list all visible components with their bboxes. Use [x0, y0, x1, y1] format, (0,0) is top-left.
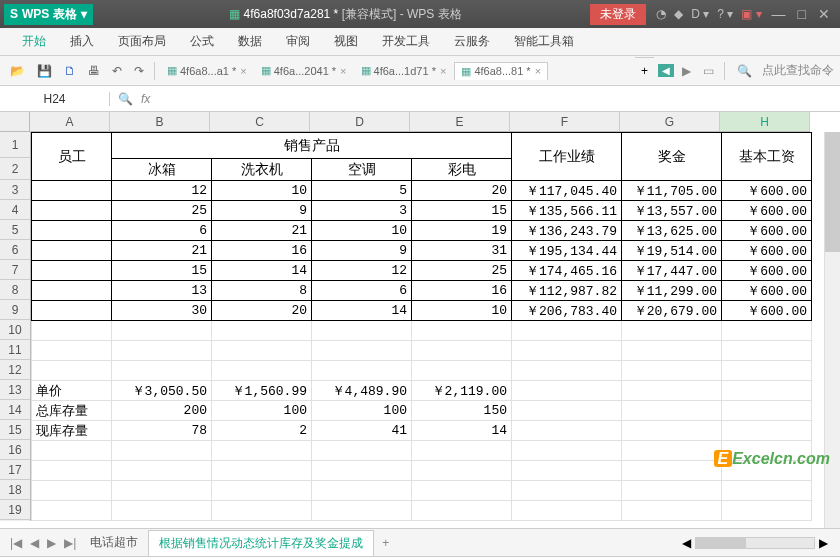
search-input[interactable]: 点此查找命令 [762, 62, 834, 79]
row-header-3[interactable]: 3 [0, 180, 30, 200]
row-header-10[interactable]: 10 [0, 320, 30, 340]
col-header-A[interactable]: A [30, 112, 110, 131]
print-preview-icon[interactable]: 🗋 [60, 62, 80, 80]
close-icon[interactable]: × [240, 65, 246, 77]
minimize-button[interactable]: — [772, 6, 786, 22]
tab-list-button[interactable]: ▭ [699, 63, 718, 79]
col-header-B[interactable]: B [110, 112, 210, 131]
print-icon[interactable]: 🖶 [84, 62, 104, 80]
name-box[interactable]: H24 [0, 92, 110, 106]
col-header-D[interactable]: D [310, 112, 410, 131]
col-header-H[interactable]: H [720, 112, 810, 131]
select-all-corner[interactable] [0, 112, 30, 132]
doc-tab[interactable]: ▦4f6a8...81 *× [454, 62, 548, 80]
undo-icon[interactable]: ↶ [108, 62, 126, 80]
cloud-icon[interactable]: ◔ [656, 7, 666, 21]
row-header-12[interactable]: 12 [0, 360, 30, 380]
sheet-tab[interactable]: 根据销售情况动态统计库存及奖金提成 [148, 530, 374, 556]
menu-数据[interactable]: 数据 [226, 29, 274, 54]
save-icon[interactable]: 💾 [33, 62, 56, 80]
tab-nav-left[interactable]: ◀ [658, 64, 674, 77]
sync-icon[interactable]: ◆ [674, 7, 683, 21]
row-header-11[interactable]: 11 [0, 340, 30, 360]
menu-页面布局[interactable]: 页面布局 [106, 29, 178, 54]
separator [154, 62, 155, 80]
doc-tab[interactable]: ▦4f6a...1d71 *× [355, 62, 453, 79]
close-icon[interactable]: × [535, 65, 541, 77]
row-header-6[interactable]: 6 [0, 240, 30, 260]
menu-插入[interactable]: 插入 [58, 29, 106, 54]
doc-tab[interactable]: ▦4f6a...2041 *× [255, 62, 353, 79]
row-header-4[interactable]: 4 [0, 200, 30, 220]
row-header-17[interactable]: 17 [0, 460, 30, 480]
login-button[interactable]: 未登录 [590, 4, 646, 25]
redo-icon[interactable]: ↷ [130, 62, 148, 80]
watermark: EExcelcn.com [714, 450, 831, 468]
tab-nav-right[interactable]: ▶ [678, 63, 695, 79]
skin-icon[interactable]: D ▾ [691, 7, 709, 21]
menu-公式[interactable]: 公式 [178, 29, 226, 54]
row-header-8[interactable]: 8 [0, 280, 30, 300]
row-header-19[interactable]: 19 [0, 500, 30, 520]
grid[interactable]: 员工销售产品工作业绩奖金基本工资冰箱洗衣机空调彩电1210520￥117,045… [31, 132, 812, 521]
menu-bar: 开始插入页面布局公式数据审阅视图开发工具云服务智能工具箱 [0, 28, 840, 56]
row-header-1[interactable]: 1 [0, 132, 30, 158]
search-icon[interactable]: 🔍 [737, 64, 752, 78]
row-header-9[interactable]: 9 [0, 300, 30, 320]
menu-视图[interactable]: 视图 [322, 29, 370, 54]
row-header-16[interactable]: 16 [0, 440, 30, 460]
menu-审阅[interactable]: 审阅 [274, 29, 322, 54]
document-tabs: ▦4f6a8...a1 *×▦4f6a...2041 *×▦4f6a...1d7… [161, 62, 631, 80]
sheet-nav-next[interactable]: ▶ [43, 536, 60, 550]
close-icon[interactable]: × [340, 65, 346, 77]
quick-toolbar: 📂 💾 🗋 🖶 ↶ ↷ ▦4f6a8...a1 *×▦4f6a...2041 *… [0, 56, 840, 86]
row-headers: 12345678910111213141516171819 [0, 132, 31, 521]
doc-tab[interactable]: ▦4f6a8...a1 *× [161, 62, 253, 79]
menu-开始[interactable]: 开始 [10, 29, 58, 54]
sheet-nav-last[interactable]: ▶| [60, 536, 80, 550]
row-header-13[interactable]: 13 [0, 380, 30, 400]
doc-icon: ▦ [229, 7, 240, 21]
add-sheet-button[interactable]: + [374, 534, 397, 552]
sheet-tab-bar: |◀ ◀ ▶ ▶| 电话超市根据销售情况动态统计库存及奖金提成 + ◀▶ [0, 528, 840, 556]
vertical-scrollbar[interactable] [824, 132, 840, 528]
title-bar: SWPS 表格▾ ▦ 4f6a8f03d7a281 * [兼容模式] - WPS… [0, 0, 840, 28]
row-header-2[interactable]: 2 [0, 158, 30, 180]
menu-云服务[interactable]: 云服务 [442, 29, 502, 54]
menu-智能工具箱[interactable]: 智能工具箱 [502, 29, 586, 54]
row-header-15[interactable]: 15 [0, 420, 30, 440]
sheet-area: ABCDEFGH 12345678910111213141516171819 员… [0, 112, 840, 528]
sheet-nav-first[interactable]: |◀ [6, 536, 26, 550]
fx-label[interactable]: fx [141, 92, 150, 106]
separator [724, 62, 725, 80]
window-title: ▦ 4f6a8f03d7a281 * [兼容模式] - WPS 表格 [101, 6, 590, 23]
col-header-E[interactable]: E [410, 112, 510, 131]
col-header-C[interactable]: C [210, 112, 310, 131]
row-header-7[interactable]: 7 [0, 260, 30, 280]
formula-bar: H24 🔍 fx [0, 86, 840, 112]
row-header-14[interactable]: 14 [0, 400, 30, 420]
help-icon[interactable]: ? ▾ [717, 7, 733, 21]
row-header-5[interactable]: 5 [0, 220, 30, 240]
search-fn-icon[interactable]: 🔍 [118, 92, 133, 106]
col-header-G[interactable]: G [620, 112, 720, 131]
toolbox-icon[interactable]: ▣ ▾ [741, 7, 761, 21]
col-header-F[interactable]: F [510, 112, 620, 131]
column-headers: ABCDEFGH [30, 112, 810, 132]
sheet-tab[interactable]: 电话超市 [80, 530, 148, 556]
horizontal-scrollbar[interactable]: ◀▶ [682, 536, 828, 550]
open-icon[interactable]: 📂 [6, 62, 29, 80]
close-icon[interactable]: × [440, 65, 446, 77]
maximize-button[interactable]: □ [798, 6, 806, 22]
row-header-18[interactable]: 18 [0, 480, 30, 500]
sheet-nav-prev[interactable]: ◀ [26, 536, 43, 550]
menu-开发工具[interactable]: 开发工具 [370, 29, 442, 54]
close-button[interactable]: ✕ [818, 6, 830, 22]
new-doc-button[interactable]: + [635, 57, 654, 85]
app-logo: SWPS 表格▾ [4, 4, 93, 25]
